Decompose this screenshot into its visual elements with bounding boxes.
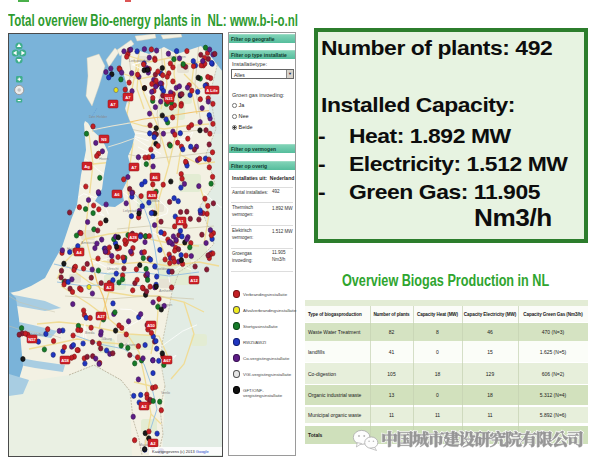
svg-text:Venlo: Venlo xyxy=(161,391,170,395)
svg-text:N9: N9 xyxy=(101,137,107,142)
svg-text:A6: A6 xyxy=(152,175,158,180)
svg-text:A2: A2 xyxy=(106,285,112,290)
svg-text:A12: A12 xyxy=(190,278,198,283)
svg-text:A58: A58 xyxy=(61,358,69,363)
svg-text:A28: A28 xyxy=(129,235,137,240)
svg-text:Ag: Ag xyxy=(84,164,90,169)
svg-text:A6: A6 xyxy=(114,192,120,197)
svg-text:A50: A50 xyxy=(147,323,155,328)
svg-text:A67: A67 xyxy=(163,358,171,363)
svg-text:Kaartgegevens (c) 2013 Google: Kaartgegevens (c) 2013 Google xyxy=(152,449,209,454)
svg-text:N57: N57 xyxy=(28,337,36,342)
svg-text:A28: A28 xyxy=(148,193,156,198)
svg-text:A7: A7 xyxy=(125,95,131,100)
svg-text:Arnhem: Arnhem xyxy=(159,289,172,293)
svg-text:A27: A27 xyxy=(97,314,105,319)
svg-text:A7: A7 xyxy=(110,102,116,107)
svg-text:Breda: Breda xyxy=(85,331,95,335)
svg-text:A4: A4 xyxy=(76,250,82,255)
svg-text:Lelystad: Lelystad xyxy=(123,209,136,213)
svg-text:A7: A7 xyxy=(131,165,137,170)
svg-text:A1: A1 xyxy=(178,219,184,224)
svg-text:Den Helder: Den Helder xyxy=(89,115,108,119)
svg-text:Hoorn: Hoorn xyxy=(99,157,109,161)
svg-text:A Life: A Life xyxy=(206,88,218,93)
svg-text:A2: A2 xyxy=(150,441,156,446)
svg-text:Tilburg: Tilburg xyxy=(101,337,112,341)
svg-text:Utrecht: Utrecht xyxy=(107,267,119,271)
svg-text:A2: A2 xyxy=(141,404,147,409)
svg-text:N31: N31 xyxy=(165,96,173,101)
